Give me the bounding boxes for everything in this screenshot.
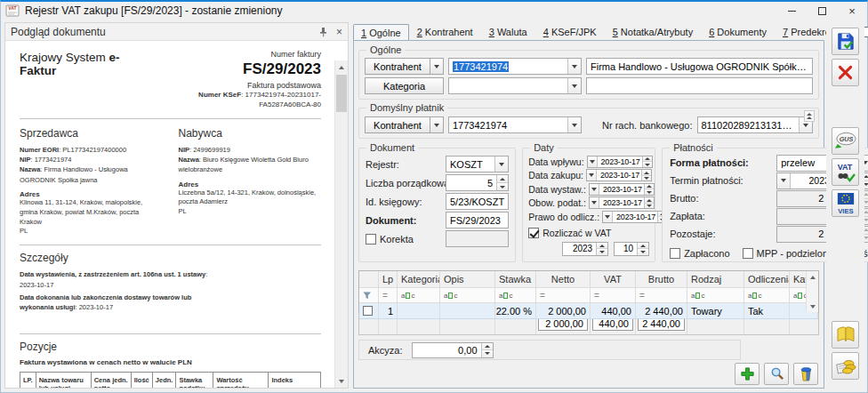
- grid-filter-row: = ac ac ac = = = ac ac ac: [359, 288, 818, 303]
- filter-icon[interactable]: [359, 288, 379, 303]
- col-kategoria[interactable]: Kategoria: [398, 271, 440, 288]
- chevron-down-icon[interactable]: [567, 78, 581, 93]
- filter-vat[interactable]: =: [591, 288, 636, 303]
- col-brutto[interactable]: Brutto: [636, 271, 687, 288]
- chevron-down-icon[interactable]: [777, 173, 791, 188]
- chevron-down-icon[interactable]: [588, 156, 598, 167]
- group-domyslny-platnik: Domyślny płatnik Kontrahent 1773421974 N…: [358, 108, 819, 139]
- col-rodzaj[interactable]: Rodzaj: [687, 271, 744, 288]
- spinner-icon[interactable]: [637, 243, 648, 255]
- spinner-icon[interactable]: [644, 184, 654, 195]
- close-icon: ×: [848, 5, 856, 17]
- vat-check-button[interactable]: VAT: [832, 158, 859, 186]
- filter-odliczenia[interactable]: ac: [744, 288, 790, 303]
- cancel-button[interactable]: [832, 59, 859, 86]
- tab-ksef-jpk[interactable]: 4 KSeF/JPK: [535, 23, 605, 40]
- platnik-code-combo[interactable]: 1773421974: [448, 116, 582, 133]
- save-button[interactable]: [832, 28, 859, 55]
- obowiazek-podatkowy-input[interactable]: 2023-10-17: [589, 196, 655, 209]
- tab-kontrahent[interactable]: 2 Kontrahent: [409, 23, 481, 40]
- col-opis[interactable]: Opis: [440, 271, 495, 288]
- chevron-down-icon[interactable]: [430, 116, 444, 133]
- tab-dokumenty[interactable]: 6 Dokumenty: [701, 23, 775, 40]
- data-zakupu-input[interactable]: 2023-10-17: [586, 169, 652, 181]
- data-wystawienia-input[interactable]: 2023-10-17: [589, 183, 655, 196]
- filter-kategoria[interactable]: ac: [398, 288, 440, 303]
- checkbox-korekta[interactable]: Korekta: [366, 234, 442, 245]
- chevron-down-icon[interactable]: [603, 212, 613, 222]
- preview-scrollbar[interactable]: [334, 60, 348, 388]
- tab-waluta[interactable]: 3 Waluta: [481, 23, 535, 40]
- pin-icon[interactable]: [319, 27, 327, 37]
- spinner-icon[interactable]: [644, 197, 654, 208]
- col-stawka[interactable]: Stawka: [495, 271, 536, 288]
- filter-brutto[interactable]: =: [636, 288, 687, 303]
- rejestr-combo[interactable]: KOSZT: [446, 156, 509, 172]
- tab-notatka-atrybuty[interactable]: 5 Notatka/Atrybuty: [605, 23, 702, 40]
- titlebar: VAT Rejestr VAT zakupu [FS/29/2023] - zo…: [1, 2, 867, 20]
- col-netto[interactable]: Netto: [536, 271, 591, 288]
- scroll-thumb[interactable]: [336, 75, 347, 112]
- tab-ogolne[interactable]: 1 Ogólne: [353, 24, 409, 41]
- filter-rodzaj[interactable]: ac: [687, 288, 744, 303]
- add-item-button[interactable]: [735, 363, 760, 385]
- vat-month-input[interactable]: 10: [614, 242, 649, 256]
- gus-button[interactable]: GUS: [832, 127, 859, 155]
- grid-data-row[interactable]: 1 22.00 % 2 000,00 440,00 2 440,00 Towar…: [359, 303, 818, 319]
- chevron-down-icon[interactable]: [587, 170, 597, 180]
- spinner-icon[interactable]: [496, 175, 508, 190]
- kontrahent-select-button[interactable]: Kontrahent: [365, 58, 444, 75]
- chevron-down-icon[interactable]: [430, 58, 444, 75]
- scroll-up-icon[interactable]: [335, 60, 348, 74]
- scroll-down-icon[interactable]: [335, 374, 348, 388]
- minimize-button[interactable]: [776, 2, 807, 20]
- kontrahent-name-field[interactable]: Firma Handlowo - Usługowa OGRODNIK Spółk…: [586, 58, 813, 75]
- grid-scrollbar[interactable]: [806, 271, 818, 312]
- checkbox-zaplacono[interactable]: Zapłacono: [670, 248, 729, 259]
- bank-account-combo[interactable]: 81102028921313131313131313: [697, 116, 814, 133]
- kategoria-desc-field[interactable]: [586, 77, 813, 94]
- preview-close-icon[interactable]: ×: [336, 27, 342, 37]
- id-ksiegowy-input[interactable]: 5/23/KOSZT: [446, 193, 509, 210]
- spinner-icon[interactable]: [641, 170, 651, 180]
- scroll-down-icon[interactable]: [807, 301, 818, 312]
- filter-lp[interactable]: =: [379, 288, 398, 303]
- filter-netto[interactable]: =: [536, 288, 591, 303]
- chevron-down-icon[interactable]: [590, 184, 599, 195]
- scroll-up-icon[interactable]: [807, 271, 818, 283]
- ledger-button[interactable]: [832, 321, 859, 349]
- vies-button[interactable]: VIES: [832, 189, 859, 217]
- platnik-kontrahent-button[interactable]: Kontrahent: [365, 116, 444, 133]
- close-button[interactable]: ×: [837, 2, 867, 20]
- kontrahent-code-combo[interactable]: 1773421974: [448, 58, 582, 75]
- data-wplywu-input[interactable]: 2023-10-17: [587, 156, 653, 168]
- filter-opis[interactable]: ac: [440, 288, 495, 303]
- col-odliczenia[interactable]: Odliczenia: [744, 271, 790, 288]
- payments-button[interactable]: [832, 352, 859, 380]
- col-lp[interactable]: Lp: [379, 271, 398, 288]
- filter-stawka[interactable]: ac: [495, 288, 536, 303]
- collapse-icon[interactable]: [804, 110, 815, 122]
- dokument-number-input[interactable]: FS/29/2023: [446, 212, 509, 229]
- row-checkbox[interactable]: [359, 303, 379, 319]
- delete-item-button[interactable]: [793, 363, 818, 385]
- select-all-cell[interactable]: [359, 271, 379, 288]
- chevron-down-icon[interactable]: [567, 59, 581, 74]
- chevron-down-icon[interactable]: [494, 156, 508, 172]
- akcyza-input[interactable]: 0,00: [412, 342, 494, 358]
- save-icon: [835, 31, 856, 52]
- edit-item-button[interactable]: [764, 363, 789, 385]
- kategoria-select-button[interactable]: Kategoria: [365, 77, 444, 94]
- spinner-icon[interactable]: [596, 243, 607, 255]
- maximize-button[interactable]: [807, 2, 837, 20]
- kategoria-code-combo[interactable]: [448, 77, 582, 94]
- liczba-porzadkowa-input[interactable]: 5: [446, 174, 509, 191]
- spinner-icon[interactable]: [642, 156, 652, 167]
- spinner-icon[interactable]: [481, 343, 493, 357]
- chevron-down-icon[interactable]: [567, 117, 581, 132]
- vat-year-input[interactable]: 2023: [562, 242, 608, 256]
- checkbox-rozliczac-w-vat[interactable]: Rozliczać w VAT: [528, 228, 611, 238]
- col-vat[interactable]: VAT: [591, 271, 636, 288]
- chevron-down-icon[interactable]: [590, 197, 599, 208]
- prawo-do-odliczenia-input[interactable]: 2023-10-17: [602, 211, 668, 223]
